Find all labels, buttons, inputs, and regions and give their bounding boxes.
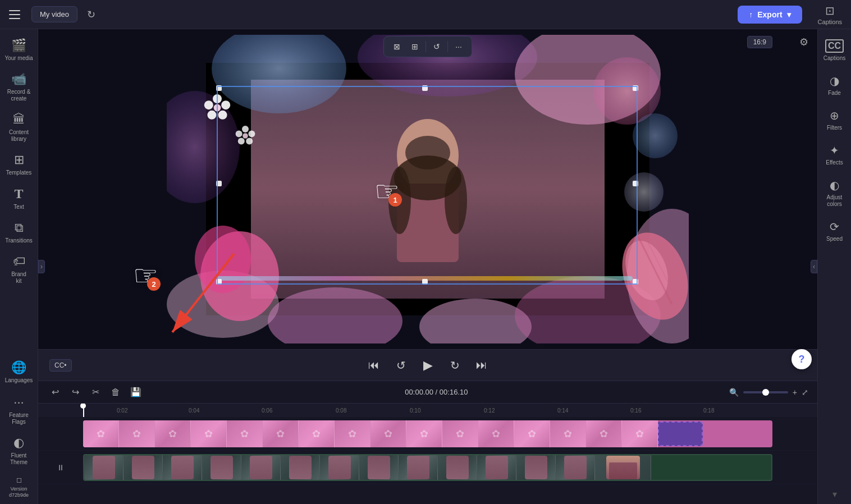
rs-item-fade[interactable]: ◑ Fade	[820, 68, 849, 102]
rs-item-filters[interactable]: ⊕ Filters	[820, 103, 849, 137]
brand-kit-icon: 🏷	[13, 254, 25, 269]
rotate-tool-button[interactable]: ↺	[428, 39, 445, 54]
track-pause-icon[interactable]: ⏸	[57, 463, 65, 472]
undo-button[interactable]: ↩	[47, 384, 63, 400]
svg-line-30	[644, 234, 678, 301]
video-title[interactable]: My video	[31, 6, 77, 22]
text-icon: T	[14, 186, 23, 201]
zoom-in-icon[interactable]: +	[793, 388, 797, 397]
preview-settings-icon[interactable]: ⚙	[799, 36, 808, 48]
svg-point-12	[627, 209, 689, 343]
zoom-controls: 🔍 +	[729, 388, 797, 397]
skip-to-start-button[interactable]: ⏮	[365, 356, 383, 374]
playhead-line	[83, 404, 84, 417]
animation-track-content[interactable]: ✿ ✿ ✿ ✿ ✿ ✿ ✿ ✿ ✿ ✿ ✿ ✿	[83, 420, 817, 447]
svg-point-22	[238, 138, 245, 145]
rs-item-adjust-colors[interactable]: ◐ Adjustcolors	[820, 173, 849, 213]
sidebar-item-fluent-theme[interactable]: ◐ FluentTheme	[2, 431, 36, 470]
zoom-slider[interactable]	[743, 391, 788, 393]
rs-item-captions[interactable]: CC Captions	[820, 34, 849, 67]
svg-point-18	[214, 104, 221, 112]
cut-button[interactable]: ✂	[88, 384, 103, 400]
video-preview: 16:9 ⚙	[38, 29, 817, 349]
float-toolbar: ⊠ ⊞ ↺ ···	[383, 36, 472, 57]
topbar: My video ↻ ↑ Export ▾ ⊡ Captions	[0, 0, 851, 29]
sidebar-item-brand-kit[interactable]: 🏷 Brandkit	[2, 250, 36, 289]
video-track-content[interactable]	[83, 454, 817, 481]
rs-chevron-down[interactable]: ▾	[832, 489, 837, 500]
rs-item-speed[interactable]: ⟳ Speed	[820, 214, 849, 248]
sidebar-item-languages[interactable]: 🌐 Languages	[2, 356, 36, 388]
sidebar-item-record-create[interactable]: 📹 Record &create	[2, 67, 36, 107]
redo-button[interactable]: ↪	[67, 384, 83, 400]
video-person	[251, 80, 605, 299]
more-options-button[interactable]: ···	[450, 39, 467, 54]
captions-button[interactable]: ⊡ Captions	[818, 4, 842, 25]
timeline-ruler: 0:02 0:04 0:06 0:08 0:10 0:12 0:14 0:16 …	[38, 404, 817, 417]
svg-point-45	[388, 167, 411, 234]
end-clip	[658, 421, 703, 446]
save-button[interactable]: 💾	[128, 384, 144, 400]
sidebar-item-version[interactable]: ◻ Versiond72b9de	[2, 471, 36, 503]
record-create-icon: 📹	[11, 72, 26, 86]
svg-point-27	[611, 223, 689, 329]
captions-icon: ⊡	[825, 4, 835, 17]
timeline-tracks: ✿ ✿ ✿ ✿ ✿ ✿ ✿ ✿ ✿ ✿ ✿ ✿	[38, 417, 817, 504]
sidebar-item-templates[interactable]: ⊞ Templates	[2, 148, 36, 181]
delete-button[interactable]: 🗑	[108, 384, 123, 400]
content-library-icon: 🏛	[13, 112, 25, 127]
timeline-time-display: 00:00.00 / 00:16.10	[148, 388, 725, 396]
center-area: 16:9 ⚙	[38, 29, 817, 504]
arrow-indicator	[150, 237, 262, 351]
sidebar-item-text[interactable]: T Text	[2, 182, 36, 215]
feature-flags-icon: ···	[13, 395, 24, 410]
video-strip	[83, 454, 772, 481]
svg-point-16	[207, 111, 216, 120]
menu-icon[interactable]	[9, 7, 25, 22]
svg-point-10	[419, 299, 532, 343]
export-icon: ↑	[749, 10, 753, 19]
help-button[interactable]: ?	[791, 349, 812, 369]
cc-button[interactable]: CC•	[49, 359, 72, 372]
hand-2-badge: 2	[147, 277, 161, 291]
speed-icon: ⟳	[830, 220, 839, 233]
play-pause-button[interactable]: ▶	[419, 356, 437, 374]
svg-point-6	[167, 91, 240, 203]
rewind-button[interactable]: ↺	[392, 356, 410, 374]
export-button[interactable]: ↑ Export ▾	[738, 6, 802, 24]
skip-to-end-button[interactable]: ⏭	[473, 356, 491, 374]
svg-line-29	[638, 237, 672, 304]
svg-point-23	[236, 130, 243, 137]
animation-strip: ✿ ✿ ✿ ✿ ✿ ✿ ✿ ✿ ✿ ✿ ✿ ✿	[83, 420, 772, 447]
video-track-label: ⏸	[38, 463, 83, 472]
forward-button[interactable]: ↻	[446, 356, 464, 374]
effects-icon: ✦	[830, 144, 839, 157]
sidebar-item-content-library[interactable]: 🏛 Contentlibrary	[2, 108, 36, 147]
svg-point-24	[243, 133, 248, 139]
playback-bar: CC• ⏮ ↺ ▶ ↻ ⏭ ⛶	[38, 349, 817, 381]
right-collapse-button[interactable]: ‹	[811, 260, 817, 273]
aspect-ratio-badge[interactable]: 16:9	[747, 36, 772, 48]
sidebar-item-your-media[interactable]: 🎬 Your media	[2, 34, 36, 66]
svg-rect-33	[633, 85, 638, 91]
svg-rect-35	[633, 279, 638, 285]
refresh-icon[interactable]: ↻	[84, 8, 98, 21]
version-icon: ◻	[16, 476, 22, 484]
expand-timeline-icon[interactable]: ⤢	[802, 388, 808, 397]
rs-item-effects[interactable]: ✦ Effects	[820, 138, 849, 172]
svg-point-5	[624, 172, 664, 212]
fade-icon: ◑	[830, 74, 839, 88]
svg-line-48	[172, 254, 234, 332]
left-collapse-button[interactable]: ›	[38, 260, 45, 273]
svg-point-46	[445, 167, 467, 234]
sidebar-item-transitions[interactable]: ⧉ Transitions	[2, 216, 36, 249]
svg-point-14	[221, 100, 230, 109]
crop-tool-button[interactable]: ⊠	[388, 39, 405, 54]
timeline-toolbar: ↩ ↪ ✂ 🗑 💾 00:00.00 / 00:16.10 🔍 +	[38, 381, 817, 404]
adjust-colors-icon: ◐	[830, 178, 839, 192]
cc-icon: CC•	[54, 361, 67, 369]
zoom-out-icon[interactable]: 🔍	[729, 388, 739, 397]
fit-tool-button[interactable]: ⊞	[406, 39, 423, 54]
captions-rs-icon: CC	[825, 39, 844, 53]
sidebar-item-feature-flags[interactable]: ··· FeatureFlags	[2, 391, 36, 430]
